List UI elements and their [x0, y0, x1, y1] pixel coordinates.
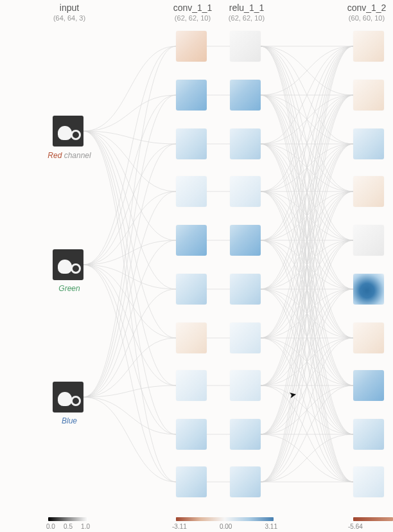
conv11-feature-2 [176, 129, 207, 159]
column-header-conv11: conv_1_1 (62, 62, 10) [167, 3, 218, 22]
column-title: conv_1_1 [167, 3, 218, 13]
input-channel-green-thumb [53, 249, 83, 280]
relu-feature-4 [230, 225, 261, 256]
tick: 0.5 [64, 523, 73, 530]
colorbar-right [353, 517, 393, 521]
conv11-feature-0 [176, 31, 207, 62]
conv12-feature-8 [353, 419, 384, 450]
colorbar-diverging-ticks: -3.11 0.00 3.11 [172, 523, 277, 530]
tick: 1.0 [81, 523, 90, 530]
relu-feature-2 [230, 129, 261, 159]
relu-feature-8 [230, 419, 261, 450]
label-red: Red [48, 151, 62, 160]
input-channel-red-label: Red channel [44, 151, 95, 160]
conv12-feature-0 [353, 31, 384, 62]
column-shape: (60, 60, 10) [338, 14, 393, 22]
column-shape: (64, 64, 3) [44, 14, 95, 22]
relu-feature-7 [230, 370, 261, 401]
relu-feature-5 [230, 274, 261, 305]
conv11-feature-7 [176, 370, 207, 401]
conv12-feature-3 [353, 176, 384, 207]
column-shape: (62, 62, 10) [167, 14, 218, 22]
column-shape: (62, 62, 10) [221, 14, 272, 22]
conv12-feature-4 [353, 225, 384, 256]
tick: 0.0 [46, 523, 55, 530]
relu-feature-3 [230, 176, 261, 207]
colorbar-grayscale [48, 517, 88, 521]
input-channel-blue-label: Blue [44, 416, 95, 425]
conv11-feature-8 [176, 419, 207, 450]
conv11-feature-3 [176, 176, 207, 207]
column-title: conv_1_2 [338, 3, 393, 13]
column-title: input [44, 3, 95, 13]
relu-feature-6 [230, 323, 261, 353]
conv11-feature-6 [176, 323, 207, 353]
relu-feature-1 [230, 80, 261, 111]
conv12-feature-1 [353, 80, 384, 111]
column-title: relu_1_1 [221, 3, 272, 13]
label-suffix: channel [62, 151, 91, 160]
relu-feature-9 [230, 466, 261, 497]
conv11-feature-9 [176, 466, 207, 497]
input-channel-green-label: Green [44, 284, 95, 293]
conv11-feature-4 [176, 225, 207, 256]
tick: -5.64 [348, 523, 363, 530]
colorbar-right-ticks: -5.64 [348, 523, 374, 530]
tick: -3.11 [172, 523, 187, 530]
conv11-feature-5 [176, 274, 207, 305]
input-channel-red-thumb [53, 116, 83, 146]
relu-feature-0 [230, 31, 261, 62]
tick: 3.11 [265, 523, 277, 530]
colorbar-grayscale-ticks: 0.0 0.5 1.0 [46, 523, 90, 530]
cursor-icon: ➤ [288, 389, 298, 400]
conv12-feature-6 [353, 323, 384, 353]
column-header-input: input (64, 64, 3) [44, 3, 95, 22]
conv12-feature-7 [353, 370, 384, 401]
column-header-conv12: conv_1_2 (60, 60, 10) [338, 3, 393, 22]
conv12-feature-2 [353, 129, 384, 159]
conv11-feature-1 [176, 80, 207, 111]
conv12-feature-9 [353, 466, 384, 497]
tick: 0.00 [220, 523, 232, 530]
input-channel-blue-thumb [53, 382, 83, 412]
column-header-relu: relu_1_1 (62, 62, 10) [221, 3, 272, 22]
colorbar-diverging [176, 517, 274, 521]
conv12-feature-5 [353, 274, 384, 305]
